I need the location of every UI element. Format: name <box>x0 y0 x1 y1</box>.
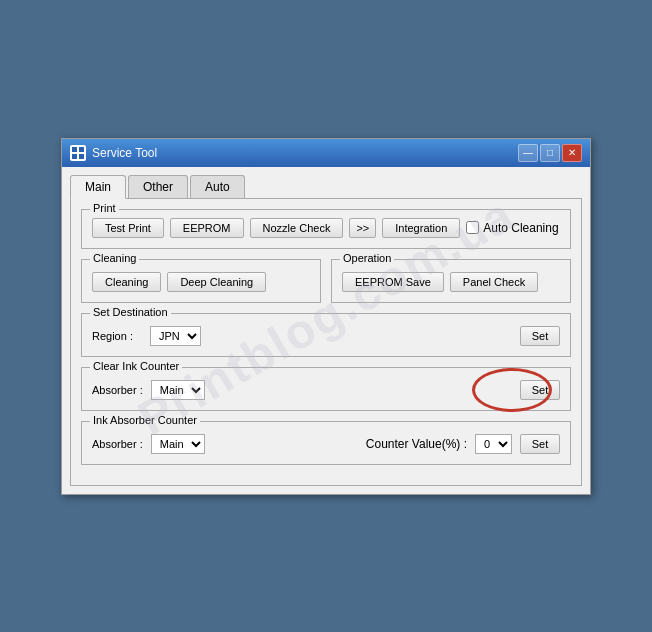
svg-rect-0 <box>72 147 77 152</box>
absorber-select[interactable]: Main <box>151 380 205 400</box>
absorber-label: Absorber : <box>92 384 143 396</box>
svg-rect-2 <box>72 154 77 159</box>
clear-ink-counter-group: Clear Ink Counter Absorber : Main Set <box>81 367 571 411</box>
minimize-button[interactable]: — <box>518 144 538 162</box>
set-destination-button[interactable]: Set <box>520 326 560 346</box>
ink-absorber-select[interactable]: Main <box>151 434 205 454</box>
cleaning-group-label: Cleaning <box>90 252 139 264</box>
counter-value-select[interactable]: 0 <box>475 434 512 454</box>
tab-bar: Main Other Auto <box>70 175 582 199</box>
integration-button[interactable]: Integration <box>382 218 460 238</box>
cleaning-button[interactable]: Cleaning <box>92 272 161 292</box>
clear-ink-counter-label: Clear Ink Counter <box>90 360 182 372</box>
cleaning-group: Cleaning Cleaning Deep Cleaning <box>81 259 321 303</box>
panel-check-button[interactable]: Panel Check <box>450 272 538 292</box>
tab-main[interactable]: Main <box>70 175 126 199</box>
auto-cleaning-label: Auto Cleaning <box>483 221 558 235</box>
test-print-button[interactable]: Test Print <box>92 218 164 238</box>
set-destination-label: Set Destination <box>90 306 171 318</box>
window-title: Service Tool <box>92 146 157 160</box>
app-icon <box>70 145 86 161</box>
print-group: Print Test Print EEPROM Nozzle Check >> … <box>81 209 571 249</box>
ink-absorber-counter-group: Ink Absorber Counter Absorber : Main Cou… <box>81 421 571 465</box>
clear-ink-set-button[interactable]: Set <box>520 380 560 400</box>
region-select[interactable]: JPN <box>150 326 201 346</box>
nozzle-check-button[interactable]: Nozzle Check <box>250 218 344 238</box>
tab-other[interactable]: Other <box>128 175 188 198</box>
arrow-button[interactable]: >> <box>349 218 376 238</box>
ink-absorber-counter-label: Ink Absorber Counter <box>90 414 200 426</box>
main-window: Service Tool — □ ✕ Main Other Auto Print <box>61 138 591 495</box>
eeprom-save-button[interactable]: EEPROM Save <box>342 272 444 292</box>
counter-value-label: Counter Value(%) : <box>366 437 467 451</box>
title-bar: Service Tool — □ ✕ <box>62 139 590 167</box>
svg-rect-3 <box>79 154 84 159</box>
region-label: Region : <box>92 330 142 342</box>
print-group-label: Print <box>90 202 119 214</box>
operation-group-label: Operation <box>340 252 394 264</box>
tab-auto[interactable]: Auto <box>190 175 245 198</box>
auto-cleaning-checkbox[interactable] <box>466 221 479 234</box>
set-destination-group: Set Destination Region : JPN Set <box>81 313 571 357</box>
ink-absorber-set-button[interactable]: Set <box>520 434 560 454</box>
maximize-button[interactable]: □ <box>540 144 560 162</box>
ink-absorber-label: Absorber : <box>92 438 143 450</box>
operation-group: Operation EEPROM Save Panel Check <box>331 259 571 303</box>
svg-rect-1 <box>79 147 84 152</box>
deep-cleaning-button[interactable]: Deep Cleaning <box>167 272 266 292</box>
eeprom-button[interactable]: EEPROM <box>170 218 244 238</box>
close-button[interactable]: ✕ <box>562 144 582 162</box>
